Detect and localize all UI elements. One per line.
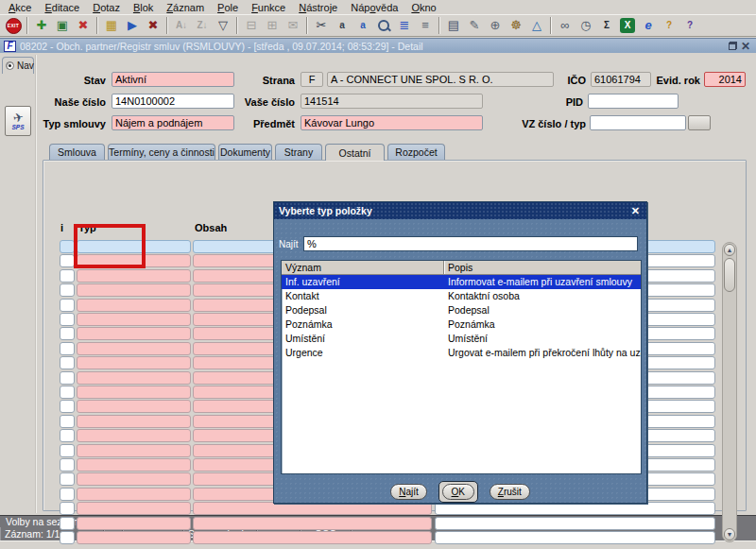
scrollbar-thumb[interactable] <box>724 258 735 292</box>
cell-indicator[interactable] <box>60 299 75 312</box>
exit-icon[interactable]: EXIT <box>4 16 23 35</box>
cell-indicator[interactable] <box>60 371 75 385</box>
find-input[interactable]: % <box>303 236 638 251</box>
cell-indicator[interactable] <box>60 356 75 369</box>
tab-ostatni[interactable]: Ostatní <box>325 144 385 161</box>
cell-indicator[interactable] <box>60 386 75 399</box>
cell-typ[interactable] <box>77 488 191 501</box>
menu-item-napoveda[interactable]: Nápověda <box>344 2 404 13</box>
globe-icon[interactable]: ⊕ <box>486 16 505 35</box>
zrusit-button[interactable]: Zrušit <box>490 484 530 500</box>
context-help-icon[interactable]: ? <box>680 16 699 35</box>
cell-indicator[interactable] <box>60 327 75 340</box>
cell-info-text[interactable] <box>435 531 715 544</box>
sps-button[interactable]: ✈ SPS <box>5 106 31 136</box>
cell-obsah[interactable] <box>193 531 432 544</box>
cell-info-text[interactable] <box>435 517 715 530</box>
lov-dialog-title-bar[interactable]: Vyberte typ položky ✕ <box>274 202 646 219</box>
cell-indicator[interactable] <box>60 488 75 501</box>
cell-typ[interactable] <box>77 313 191 326</box>
lov-item[interactable]: KontaktKontaktní osoba <box>282 289 641 303</box>
cell-indicator[interactable] <box>60 444 75 457</box>
cell-indicator[interactable] <box>60 342 75 355</box>
menu-item-nastroje[interactable]: Nástroje <box>292 2 344 13</box>
strana-code-field[interactable]: F <box>301 72 323 87</box>
vz-lov-button[interactable] <box>688 115 711 130</box>
vz-cislo-field[interactable] <box>590 115 686 130</box>
tab-dokumenty[interactable]: Dokumenty <box>218 144 272 160</box>
typ-smlouvy-field[interactable]: Nájem a podnájem <box>112 115 234 130</box>
cell-indicator[interactable] <box>60 269 75 283</box>
menu-item-pole[interactable]: Pole <box>211 2 245 13</box>
cell-indicator[interactable] <box>60 283 75 297</box>
paste-icon[interactable]: a <box>353 16 372 35</box>
menu-item-akce[interactable]: Akce <box>2 2 38 13</box>
cell-typ[interactable] <box>77 342 191 355</box>
execute-query-icon[interactable]: ▶ <box>123 16 142 35</box>
cell-typ[interactable] <box>77 400 191 413</box>
cell-typ[interactable] <box>77 269 191 283</box>
nav-radio[interactable] <box>6 61 14 70</box>
cell-indicator[interactable] <box>60 458 75 472</box>
save-icon[interactable]: ▦ <box>102 16 121 35</box>
cell-typ[interactable] <box>77 444 191 457</box>
lov-item[interactable]: Inf. uzavřeníInformovat e-mailem při uza… <box>282 275 641 289</box>
lov-close-button[interactable]: ✕ <box>629 205 642 217</box>
copy-icon[interactable]: a <box>333 16 352 35</box>
tree-view-icon[interactable]: ≡ <box>416 16 435 35</box>
ok-button[interactable]: OK <box>442 484 474 500</box>
tab-smlouva[interactable]: Smlouva <box>49 144 105 160</box>
tab-strany[interactable]: Strany <box>275 144 322 160</box>
lov-item[interactable]: UmístěníUmístění <box>282 332 641 346</box>
clock-icon[interactable]: ◷ <box>576 16 595 35</box>
cell-typ[interactable] <box>77 327 191 340</box>
cell-typ[interactable] <box>77 283 191 297</box>
cell-typ[interactable] <box>77 415 191 428</box>
cell-indicator[interactable] <box>60 313 75 326</box>
excel-icon[interactable]: X <box>620 18 635 33</box>
helm-icon[interactable]: ☸ <box>507 16 525 35</box>
pid-field[interactable] <box>588 94 679 109</box>
strana-name-field[interactable]: A - CONNECT UNE SPOL. S R. O. <box>327 72 554 87</box>
lov-item[interactable]: PoznámkaPoznámka <box>282 317 641 332</box>
cell-indicator[interactable] <box>60 502 75 515</box>
cell-indicator[interactable] <box>60 415 75 428</box>
cell-indicator[interactable] <box>60 472 75 486</box>
cancel-query-icon[interactable]: ✖ <box>144 16 163 35</box>
cell-indicator[interactable] <box>60 531 75 544</box>
user-help-icon[interactable]: ? <box>660 16 679 35</box>
cell-indicator[interactable] <box>60 429 75 442</box>
link-user-icon[interactable]: ∞ <box>556 16 575 35</box>
zoom-icon[interactable] <box>374 16 393 35</box>
restore-window-button[interactable] <box>726 40 739 52</box>
evid-rok-field[interactable]: 2014 <box>704 72 746 87</box>
cell-indicator[interactable] <box>60 254 75 267</box>
menu-item-editace[interactable]: Editace <box>38 2 86 13</box>
vase-cislo-field[interactable]: 141514 <box>301 94 483 109</box>
predmet-field[interactable]: Kávovar Lungo <box>301 115 483 130</box>
cell-obsah[interactable] <box>193 517 432 530</box>
cell-typ[interactable] <box>77 371 191 385</box>
lov-item[interactable]: UrgenceUrgovat e-mailem při překročení l… <box>282 346 641 360</box>
menu-item-zaznam[interactable]: Záznam <box>160 2 211 13</box>
cell-indicator[interactable] <box>60 240 75 253</box>
nase-cislo-field[interactable]: 14N0100002 <box>112 94 234 109</box>
cell-info-text[interactable] <box>435 502 715 515</box>
najit-button[interactable]: Najít <box>390 484 427 500</box>
list-values-icon[interactable]: ≣ <box>395 16 414 35</box>
menu-item-dotaz[interactable]: Dotaz <box>86 2 127 13</box>
cell-typ[interactable] <box>77 458 191 472</box>
browser-icon[interactable]: e <box>639 16 658 35</box>
cell-typ[interactable] <box>77 531 191 544</box>
cell-typ[interactable] <box>77 517 191 530</box>
duplicate-record-icon[interactable]: ▣ <box>53 16 72 35</box>
cell-typ[interactable] <box>77 472 191 486</box>
cell-indicator[interactable] <box>60 400 75 413</box>
scroll-up-button[interactable]: ▲ <box>724 244 735 256</box>
table-scrollbar[interactable]: ▲ ▼ <box>722 242 737 542</box>
cell-typ[interactable] <box>77 356 191 369</box>
cell-typ[interactable] <box>77 429 191 442</box>
delete-record-icon[interactable]: ✖ <box>74 16 93 35</box>
cell-typ[interactable] <box>77 299 191 312</box>
sum-icon[interactable]: Σ <box>597 16 616 35</box>
